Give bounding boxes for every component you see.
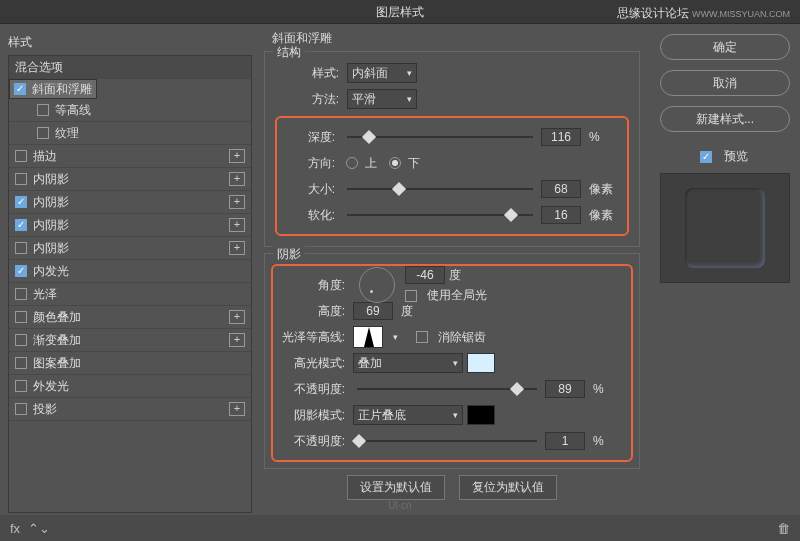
gloss-contour-label: 光泽等高线: [281, 329, 345, 346]
ok-button[interactable]: 确定 [660, 34, 790, 60]
style-checkbox[interactable] [15, 311, 27, 323]
size-input[interactable]: 68 [541, 180, 581, 198]
style-checkbox[interactable] [15, 357, 27, 369]
make-default-button[interactable]: 设置为默认值 [347, 475, 445, 500]
add-effect-icon[interactable]: + [229, 310, 245, 324]
soften-unit: 像素 [589, 207, 619, 224]
style-label: 渐变叠加 [33, 332, 81, 349]
style-checkbox[interactable] [37, 104, 49, 116]
blending-options[interactable]: 混合选项 [9, 56, 251, 79]
altitude-input[interactable]: 69 [353, 302, 393, 320]
size-unit: 像素 [589, 181, 619, 198]
depth-slider[interactable] [347, 130, 533, 144]
style-checkbox[interactable] [15, 196, 27, 208]
cancel-button[interactable]: 取消 [660, 70, 790, 96]
depth-unit: % [589, 130, 619, 144]
trash-icon[interactable]: 🗑 [777, 521, 790, 536]
soften-input[interactable]: 16 [541, 206, 581, 224]
direction-down-radio[interactable] [389, 157, 401, 169]
antialias-checkbox[interactable] [416, 331, 428, 343]
size-label: 大小: [285, 181, 335, 198]
chevron-down-icon[interactable]: ▾ [393, 332, 398, 342]
preview-checkbox[interactable] [700, 151, 712, 163]
angle-input[interactable]: -46 [405, 266, 445, 284]
highlight-color-swatch[interactable] [467, 353, 495, 373]
style-item-1[interactable]: 等高线 [9, 99, 251, 122]
style-checkbox[interactable] [15, 403, 27, 415]
highlight-opacity-slider[interactable] [357, 382, 537, 396]
style-item-12[interactable]: 图案叠加 [9, 352, 251, 375]
style-checkbox[interactable] [37, 127, 49, 139]
technique-select[interactable]: 平滑▾ [347, 89, 417, 109]
new-style-button[interactable]: 新建样式... [660, 106, 790, 132]
soften-slider[interactable] [347, 208, 533, 222]
style-select[interactable]: 内斜面▾ [347, 63, 417, 83]
style-checkbox[interactable] [15, 334, 27, 346]
style-checkbox[interactable] [15, 380, 27, 392]
style-item-11[interactable]: 渐变叠加+ [9, 329, 251, 352]
add-effect-icon[interactable]: + [229, 195, 245, 209]
style-item-9[interactable]: 光泽 [9, 283, 251, 306]
style-item-2[interactable]: 纹理 [9, 122, 251, 145]
style-checkbox[interactable] [14, 83, 26, 95]
add-effect-icon[interactable]: + [229, 218, 245, 232]
style-item-14[interactable]: 投影+ [9, 398, 251, 421]
style-item-6[interactable]: 内阴影+ [9, 214, 251, 237]
highlight-opacity-label: 不透明度: [281, 381, 345, 398]
style-label: 内阴影 [33, 194, 69, 211]
style-item-3[interactable]: 描边+ [9, 145, 251, 168]
style-label: 内发光 [33, 263, 69, 280]
shadow-opacity-slider[interactable] [357, 434, 537, 448]
style-item-5[interactable]: 内阴影+ [9, 191, 251, 214]
technique-label: 方法: [275, 91, 339, 108]
highlight-opacity-input[interactable]: 89 [545, 380, 585, 398]
fx-icon[interactable]: fx [10, 521, 20, 536]
style-item-7[interactable]: 内阴影+ [9, 237, 251, 260]
style-label: 内阴影 [33, 240, 69, 257]
add-effect-icon[interactable]: + [229, 333, 245, 347]
style-label: 斜面和浮雕 [32, 81, 92, 98]
structure-legend: 结构 [273, 44, 305, 61]
styles-list: 混合选项 斜面和浮雕等高线纹理描边+内阴影+内阴影+内阴影+内阴影+内发光光泽颜… [8, 55, 252, 513]
style-checkbox[interactable] [15, 242, 27, 254]
style-item-8[interactable]: 内发光 [9, 260, 251, 283]
style-label: 图案叠加 [33, 355, 81, 372]
add-effect-icon[interactable]: + [229, 241, 245, 255]
style-item-0[interactable]: 斜面和浮雕 [9, 79, 97, 99]
gloss-contour-picker[interactable] [353, 326, 383, 348]
direction-up-radio[interactable] [346, 157, 358, 169]
add-effect-icon[interactable]: + [229, 402, 245, 416]
angle-dial[interactable] [359, 267, 395, 303]
style-checkbox[interactable] [15, 150, 27, 162]
style-label: 外发光 [33, 378, 69, 395]
highlight-mode-select[interactable]: 叠加▾ [353, 353, 463, 373]
structure-group: 结构 样式: 内斜面▾ 方法: 平滑▾ 深度: 116 % 方向: 上 [264, 51, 640, 247]
shading-legend: 阴影 [273, 246, 305, 263]
watermark: 思缘设计论坛 WWW.MISSYUAN.COM [617, 5, 790, 22]
size-slider[interactable] [347, 182, 533, 196]
style-checkbox[interactable] [15, 219, 27, 231]
direction-label: 方向: [285, 155, 335, 172]
depth-input[interactable]: 116 [541, 128, 581, 146]
chevron-down-icon: ▾ [453, 410, 458, 420]
style-label: 纹理 [55, 125, 79, 142]
add-effect-icon[interactable]: + [229, 149, 245, 163]
style-label: 内阴影 [33, 171, 69, 188]
shadow-mode-label: 阴影模式: [281, 407, 345, 424]
style-item-13[interactable]: 外发光 [9, 375, 251, 398]
add-effect-icon[interactable]: + [229, 172, 245, 186]
depth-label: 深度: [285, 129, 335, 146]
chevron-up-down-icon[interactable]: ⌃⌄ [28, 521, 50, 536]
style-checkbox[interactable] [15, 265, 27, 277]
style-item-10[interactable]: 颜色叠加+ [9, 306, 251, 329]
reset-default-button[interactable]: 复位为默认值 [459, 475, 557, 500]
antialias-label: 消除锯齿 [438, 329, 486, 346]
style-checkbox[interactable] [15, 288, 27, 300]
shadow-mode-select[interactable]: 正片叠底▾ [353, 405, 463, 425]
style-checkbox[interactable] [15, 173, 27, 185]
shadow-color-swatch[interactable] [467, 405, 495, 425]
style-label: 投影 [33, 401, 57, 418]
global-light-checkbox[interactable] [405, 290, 417, 302]
style-item-4[interactable]: 内阴影+ [9, 168, 251, 191]
shadow-opacity-input[interactable]: 1 [545, 432, 585, 450]
